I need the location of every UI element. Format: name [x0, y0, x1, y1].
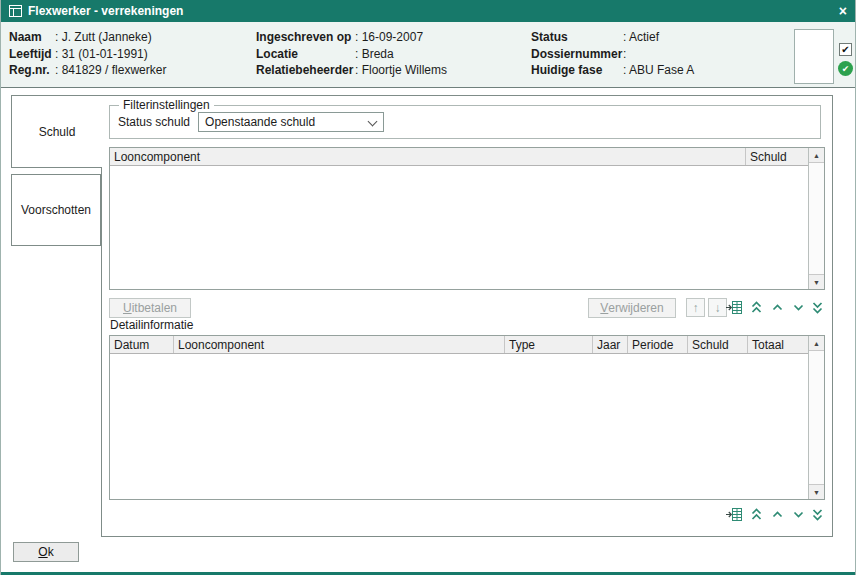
tab-schuld[interactable]: Schuld — [11, 95, 102, 168]
field-value: : Breda — [355, 47, 394, 61]
verwijderen-key: V — [600, 301, 608, 315]
field-value: : — [623, 47, 626, 61]
field-label: Leeftijd — [9, 47, 55, 61]
photo-placeholder — [794, 29, 834, 84]
field-value: : J. Zutt (Janneke) — [55, 30, 152, 44]
field-label: Reg.nr. — [9, 63, 55, 77]
selected-option: Openstaande schuld — [205, 115, 315, 129]
navigate-last-icon[interactable] — [808, 299, 826, 316]
app-icon — [9, 5, 22, 17]
check-icon: ✔ — [841, 44, 849, 55]
grid-export-icon[interactable] — [725, 299, 743, 316]
schuld-table-header: Looncomponent Schuld — [110, 148, 808, 166]
chevron-down-icon — [368, 117, 378, 127]
scrollbar-down-icon[interactable]: ▼ — [809, 484, 824, 499]
flexwerker-window: Flexwerker - verrekeningen × Naam: J. Zu… — [0, 0, 856, 575]
column-header-periode: Periode — [628, 336, 688, 353]
ok-button[interactable]: Ok — [13, 542, 79, 562]
titlebar[interactable]: Flexwerker - verrekeningen × — [1, 0, 855, 22]
header-col-2: Ingeschreven op: 16-09-2007 Locatie: Bre… — [256, 29, 447, 79]
field-value: : 31 (01-01-1991) — [55, 47, 148, 61]
checkbox[interactable]: ✔ — [839, 43, 852, 56]
column-header-schuld: Schuld — [688, 336, 748, 353]
field-label: Locatie — [256, 47, 355, 61]
field-label: Relatiebeheerder — [256, 63, 355, 77]
navigate-next-icon[interactable] — [789, 506, 807, 523]
uitbetalen-button[interactable]: Uitbetalen — [109, 298, 191, 318]
navigate-first-icon[interactable] — [747, 299, 765, 316]
header-col-3: Status: Actief Dossiernummer: Huidige fa… — [531, 29, 694, 79]
column-header-looncomponent: Looncomponent — [110, 148, 746, 165]
arrow-down-icon: ↓ — [715, 301, 721, 315]
schuld-table-scrollbar[interactable]: ▲ ▼ — [808, 148, 824, 289]
detail-table-header: Datum Looncomponent Type Jaar Periode Sc… — [110, 336, 808, 354]
tab-label: Voorschotten — [21, 203, 91, 217]
ok-key: O — [38, 545, 47, 559]
navigate-prev-icon[interactable] — [768, 299, 786, 316]
field-label: Huidige fase — [531, 63, 623, 77]
field-value: : 841829 / flexwerker — [55, 63, 166, 77]
field-label: Naam — [9, 30, 55, 44]
employee-header: Naam: J. Zutt (Janneke) Leeftijd: 31 (01… — [1, 22, 855, 88]
detailinformatie-label: Detailinformatie — [110, 318, 193, 332]
status-schuld-select[interactable]: Openstaande schuld — [198, 112, 384, 132]
move-up-button[interactable]: ↑ — [686, 298, 705, 317]
ok-rest: k — [48, 545, 54, 559]
field-label: Ingeschreven op — [256, 30, 355, 44]
field-label: Dossiernummer — [531, 47, 623, 61]
arrow-up-icon: ↑ — [693, 301, 699, 315]
schuld-panel: Filterinstellingen Status schuld Opensta… — [101, 95, 833, 537]
schuld-table: Looncomponent Schuld ▲ ▼ — [109, 147, 825, 290]
groupbox-legend: Filterinstellingen — [119, 98, 214, 112]
column-header-schuld: Schuld — [746, 148, 808, 165]
check-icon: ✔ — [842, 64, 850, 74]
column-header-looncomponent: Looncomponent — [174, 336, 505, 353]
scrollbar-up-icon[interactable]: ▲ — [809, 148, 824, 163]
uitbetalen-rest: itbetalen — [132, 301, 177, 315]
navigate-next-icon[interactable] — [789, 299, 807, 316]
schuld-table-body[interactable] — [110, 166, 808, 289]
filter-groupbox: Filterinstellingen Status schuld Opensta… — [109, 105, 821, 139]
column-header-datum: Datum — [110, 336, 174, 353]
column-header-type: Type — [505, 336, 593, 353]
detail-table: Datum Looncomponent Type Jaar Periode Sc… — [109, 335, 825, 500]
navigate-first-icon[interactable] — [747, 506, 765, 523]
uitbetalen-key: U — [123, 301, 132, 315]
detail-table-body[interactable] — [110, 354, 808, 499]
verwijderen-button[interactable]: Verwijderen — [588, 298, 676, 318]
tab-label: Schuld — [39, 125, 76, 139]
field-value: : Actief — [623, 30, 659, 44]
header-col-1: Naam: J. Zutt (Janneke) Leeftijd: 31 (01… — [9, 29, 166, 79]
field-value: : 16-09-2007 — [355, 30, 423, 44]
grid-export-icon[interactable] — [725, 506, 743, 523]
tab-voorschotten[interactable]: Voorschotten — [11, 174, 101, 246]
detail-table-scrollbar[interactable]: ▲ ▼ — [808, 336, 824, 499]
navigate-prev-icon[interactable] — [768, 506, 786, 523]
navigate-last-icon[interactable] — [808, 506, 826, 523]
column-header-jaar: Jaar — [593, 336, 628, 353]
status-ok-icon: ✔ — [838, 61, 853, 76]
column-header-totaal: Totaal — [748, 336, 808, 353]
status-schuld-label: Status schuld — [118, 115, 190, 129]
scrollbar-up-icon[interactable]: ▲ — [809, 336, 824, 351]
scrollbar-down-icon[interactable]: ▼ — [809, 274, 824, 289]
field-value: : Floortje Willems — [355, 63, 447, 77]
field-value: : ABU Fase A — [623, 63, 694, 77]
window-title: Flexwerker - verrekeningen — [28, 4, 183, 18]
field-label: Status — [531, 30, 623, 44]
close-icon[interactable]: × — [839, 4, 847, 18]
verwijderen-rest: erwijderen — [608, 301, 663, 315]
